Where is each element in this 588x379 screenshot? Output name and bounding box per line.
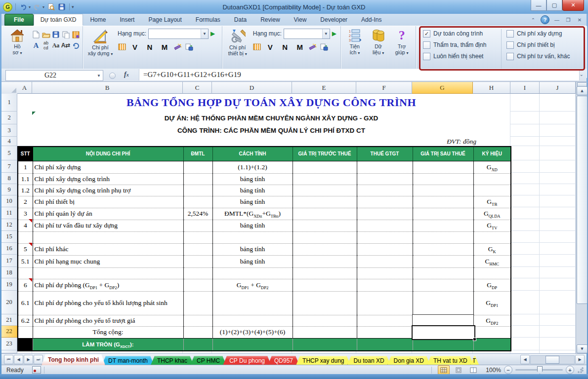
row-header-23[interactable]: 23 — [1, 338, 17, 350]
row-header-20[interactable]: 20 — [1, 291, 17, 314]
row-header-12[interactable]: 12 — [1, 219, 17, 231]
grid-cell[interactable] — [33, 231, 183, 243]
letter-button-v[interactable]: V — [129, 43, 141, 51]
grid-cell[interactable]: LÀM TRÒN (GXDCT): — [33, 338, 183, 351]
letter-button-m[interactable]: M — [294, 43, 306, 51]
column-header-j[interactable]: J — [540, 82, 576, 94]
tab-view[interactable]: View — [287, 14, 314, 26]
tab-formulas[interactable]: Formulas — [189, 14, 227, 26]
grid-cell[interactable] — [293, 267, 357, 279]
grid-cell[interactable] — [293, 326, 357, 338]
chevron-down-icon[interactable]: ▼ — [95, 71, 103, 80]
grid-cell[interactable] — [183, 326, 212, 338]
grid-cell[interactable]: Chi phí khác — [33, 243, 183, 255]
customize-qat-icon[interactable]: ▾ — [72, 4, 74, 9]
grid-cell[interactable]: 1.1 — [18, 173, 33, 185]
grid-cell[interactable]: 2 — [18, 196, 33, 208]
grid-cell[interactable] — [357, 220, 413, 231]
column-header-f[interactable]: F — [356, 82, 412, 94]
grid-cell[interactable] — [18, 267, 33, 279]
grid-cell[interactable] — [357, 279, 413, 291]
chevron-down-icon[interactable]: ▼ — [322, 29, 330, 38]
row-header-16[interactable]: 16 — [1, 243, 17, 255]
expand-formula-bar-icon[interactable]: ⌄ — [580, 72, 584, 77]
table-header-6[interactable]: GIÁ TRỊ SAU THUẾ — [413, 147, 473, 161]
grid-cell[interactable] — [212, 267, 293, 279]
resize-grip[interactable] — [577, 367, 584, 373]
minimize-ribbon-icon[interactable]: ⌃ — [529, 16, 537, 24]
tr-gip-button[interactable]: ?Trợgiúp ▾ — [390, 28, 413, 71]
grid-cell[interactable]: Chi phí dự phòng (GDP1 + GDP2) — [33, 279, 183, 291]
refresh-icon[interactable] — [72, 41, 80, 50]
grid-cell[interactable] — [473, 173, 511, 185]
column-header-h[interactable]: H — [473, 82, 510, 94]
grid-cell[interactable] — [293, 255, 357, 267]
grid-cell[interactable] — [357, 338, 413, 351]
normal-view-icon[interactable] — [438, 365, 450, 375]
table-header-4[interactable]: GIÁ TRỊ TRƯỚC THUẾ — [293, 147, 357, 161]
grid-cell[interactable] — [293, 315, 357, 326]
last-sheet-icon[interactable]: ⏭ — [34, 355, 43, 364]
column-header-c[interactable]: C — [183, 82, 212, 94]
row-header-15[interactable]: 15 — [1, 231, 17, 243]
grid-cell[interactable] — [413, 291, 473, 315]
tab-data[interactable]: Data — [227, 14, 253, 26]
save-file-icon[interactable] — [52, 31, 60, 39]
grid-cell[interactable]: GDP2 — [473, 315, 511, 326]
hang-muc-combobox-xd[interactable]: ▼ — [148, 29, 209, 39]
grid-cell[interactable] — [357, 231, 413, 243]
letter-button-m[interactable]: M — [159, 43, 170, 51]
grid-cell[interactable] — [413, 185, 473, 196]
grid-cell[interactable] — [18, 326, 33, 338]
grid-cell[interactable] — [473, 185, 511, 196]
row-header-7[interactable]: 7 — [1, 160, 17, 173]
grid-cell[interactable] — [357, 161, 413, 173]
checkbox-icon[interactable] — [423, 41, 430, 49]
tab-developer[interactable]: Developer — [313, 14, 354, 26]
row-header-19[interactable]: 19 — [1, 278, 17, 291]
grid-cell[interactable]: 2,524% — [183, 208, 212, 220]
page-layout-view-icon[interactable] — [453, 365, 464, 375]
grid-cell[interactable] — [183, 185, 212, 196]
grid-cell[interactable]: Chi phí dự phòng cho yếu tố trượt giá — [33, 315, 183, 326]
table-header-1[interactable]: NỘI DUNG CHI PHÍ — [33, 147, 183, 161]
chi-phi-thiet-bi-button[interactable]: Chi phíthiết bị ▾ — [224, 28, 251, 71]
grid-cell[interactable]: 6.1 — [18, 291, 33, 315]
grid-cell[interactable] — [413, 220, 473, 231]
grid-cell[interactable] — [183, 173, 212, 185]
row-header-2[interactable]: 2 — [1, 112, 17, 124]
horizontal-scroll-track[interactable] — [530, 355, 575, 364]
grid-cell[interactable]: Tổng cộng: — [33, 326, 183, 338]
options-icon[interactable] — [72, 31, 80, 39]
selected-cell-g22[interactable] — [412, 325, 475, 340]
new-file-icon[interactable] — [32, 31, 41, 39]
grid-cell[interactable] — [18, 231, 33, 243]
wizard-icon[interactable] — [309, 43, 317, 51]
app-icon[interactable]: G — [3, 2, 12, 12]
grid-cell[interactable]: bảng tính — [212, 243, 293, 255]
grid-cell[interactable] — [357, 255, 413, 267]
grid-cell[interactable]: GDP1 + GDP2 — [212, 279, 293, 291]
grid-cell[interactable] — [293, 338, 357, 351]
export-icon[interactable] — [185, 43, 193, 51]
horizontal-scroll-thumb[interactable] — [546, 356, 559, 364]
hang-muc-combobox-tb[interactable]: ▼ — [284, 29, 330, 39]
grid-cell[interactable] — [293, 173, 357, 185]
resize-text-icon[interactable]: A⇄ — [62, 41, 70, 50]
grid-cell[interactable]: GTB — [473, 196, 511, 208]
grid-cell[interactable] — [293, 208, 357, 220]
grid-cell[interactable] — [18, 338, 33, 351]
toggle-chi-phí-tư-vấn-khác[interactable]: Chi phí tư vấn, khác — [506, 52, 585, 61]
grid-cell[interactable] — [183, 161, 212, 173]
grid-cell[interactable] — [473, 231, 511, 243]
toggle-luôn-hiển-thị-sheet[interactable]: Luôn hiển thị sheet — [423, 52, 501, 61]
undo-dropdown-icon[interactable]: ▾ — [29, 5, 31, 9]
letter-button-n[interactable]: N — [144, 43, 156, 51]
replace-icon[interactable]: abcd — [42, 41, 50, 50]
run-icon[interactable]: ▶ — [332, 30, 336, 37]
zoom-in-icon[interactable]: + — [566, 366, 574, 374]
grid-cell[interactable] — [473, 267, 511, 279]
row-header-9[interactable]: 9 — [1, 184, 17, 195]
tab-d-to-n-gxd[interactable]: Dự toán GXD — [34, 14, 84, 26]
grid-cell[interactable] — [357, 185, 413, 196]
